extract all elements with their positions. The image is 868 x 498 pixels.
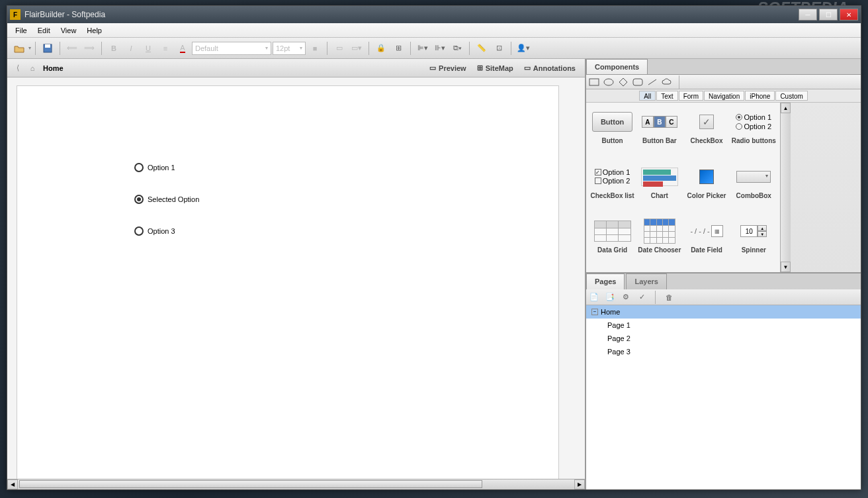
comp-colorpicker[interactable]: Color Picker — [683, 160, 730, 215]
ruler-button[interactable]: 📏 — [474, 41, 490, 56]
scroll-thumb[interactable] — [19, 480, 482, 488]
tree-item-page3[interactable]: Page 3 — [586, 345, 861, 358]
filter-form[interactable]: Form — [679, 91, 703, 101]
preview-icon: ▭ — [429, 64, 436, 72]
minimize-button[interactable]: ─ — [799, 9, 817, 21]
canvas-radio-1[interactable]: Option 1 — [134, 163, 175, 172]
filter-iphone[interactable]: iPhone — [745, 91, 775, 101]
scroll-down-button[interactable]: ▼ — [781, 262, 791, 272]
tree-item-page2[interactable]: Page 2 — [586, 332, 861, 345]
shape-bar — [586, 75, 861, 89]
arrange-button[interactable]: ⧉▾ — [449, 41, 465, 56]
grid-button[interactable]: ⊡ — [491, 41, 507, 56]
menu-file[interactable]: File — [10, 25, 32, 36]
font-size-select[interactable]: 12pt — [273, 42, 306, 55]
open-button[interactable] — [11, 41, 27, 56]
lock-button[interactable]: 🔒 — [373, 41, 389, 56]
filter-custom[interactable]: Custom — [775, 91, 807, 101]
filter-text[interactable]: Text — [656, 91, 677, 101]
roundrect-shape-icon[interactable] — [632, 78, 643, 86]
filter-navigation[interactable]: Navigation — [704, 91, 744, 101]
distribute-button[interactable]: ⊪▾ — [432, 41, 448, 56]
svg-point-3 — [604, 79, 613, 85]
comp-cblist[interactable]: ✓Option 1Option 2 CheckBox list — [589, 160, 636, 215]
app-window: F FlairBuilder - Softpedia ─ ☐ ✕ File Ed… — [7, 5, 861, 490]
menubar: File Edit View Help — [7, 23, 861, 38]
underline-button[interactable]: U — [140, 41, 156, 56]
font-select[interactable]: Default — [192, 42, 271, 55]
page-settings-button[interactable]: ⚙ — [621, 292, 631, 303]
new-page-button[interactable]: 📄 — [589, 292, 599, 303]
line-shape-icon[interactable] — [647, 78, 658, 86]
breadcrumb-home[interactable]: Home — [43, 64, 64, 72]
radio-label: Option 1 — [148, 164, 175, 172]
titlebar: F FlairBuilder - Softpedia ─ ☐ ✕ — [7, 6, 861, 23]
redo-button[interactable]: ⟹ — [81, 41, 97, 56]
border-button[interactable]: ▭ — [331, 41, 347, 56]
canvas[interactable]: Option 1 Selected Option Option 3 — [17, 85, 559, 479]
pages-tabs: Pages Layers — [586, 274, 861, 289]
rect-shape-icon[interactable] — [589, 78, 599, 86]
svg-rect-2 — [589, 79, 599, 85]
comp-datechooser[interactable]: Date Chooser — [636, 215, 683, 270]
components-tab[interactable]: Components — [586, 59, 648, 74]
sitemap-icon: ⊞ — [477, 64, 483, 72]
collapse-icon[interactable]: − — [591, 309, 598, 315]
breadcrumb-bar: ⟨ ⌂ Home ▭Preview ⊞SiteMap ▭Annotations — [7, 59, 585, 77]
layers-tab[interactable]: Layers — [626, 274, 666, 289]
sitemap-button[interactable]: ⊞SiteMap — [472, 62, 519, 74]
font-color-button[interactable]: A — [175, 41, 191, 56]
diamond-shape-icon[interactable] — [618, 78, 629, 86]
save-button[interactable] — [40, 41, 56, 56]
border-style-button[interactable]: ▭▾ — [349, 41, 365, 56]
menu-edit[interactable]: Edit — [32, 25, 56, 36]
group-button[interactable]: ⊞ — [390, 41, 406, 56]
radio-icon — [134, 163, 144, 172]
radio-icon — [134, 226, 144, 236]
tree-item-page1[interactable]: Page 1 — [586, 319, 861, 332]
comp-datagrid[interactable]: Data Grid — [589, 215, 636, 270]
comp-datefield[interactable]: - / - / -▦ Date Field — [683, 215, 730, 270]
component-scrollbar[interactable]: ▲ ▼ — [780, 103, 791, 272]
fill-color-button[interactable]: ■ — [307, 41, 323, 56]
cloud-shape-icon[interactable] — [662, 78, 672, 86]
comp-buttonbar[interactable]: ABC Button Bar — [636, 105, 683, 160]
comp-spinner[interactable]: ▲▼ Spinner — [730, 215, 777, 270]
comp-checkbox[interactable]: ✓ CheckBox — [683, 105, 730, 160]
filter-all[interactable]: All — [639, 91, 656, 101]
scroll-left-button[interactable]: ◀ — [7, 479, 18, 489]
canvas-wrap: Option 1 Selected Option Option 3 — [7, 77, 585, 479]
undo-button[interactable]: ⟸ — [64, 41, 80, 56]
page-check-button[interactable]: ✓ — [636, 292, 647, 303]
duplicate-page-button[interactable]: 📑 — [605, 292, 615, 303]
comp-chart[interactable]: Chart — [636, 160, 683, 215]
align-objects-button[interactable]: ⊫▾ — [415, 41, 431, 56]
comp-radio[interactable]: Option 1Option 2 Radio buttons — [730, 105, 777, 160]
scroll-right-button[interactable]: ▶ — [574, 479, 585, 489]
canvas-radio-3[interactable]: Option 3 — [134, 226, 175, 236]
maximize-button[interactable]: ☐ — [819, 9, 838, 21]
delete-page-button[interactable]: 🗑 — [664, 292, 674, 303]
user-button[interactable]: 👤▾ — [515, 41, 531, 56]
menu-view[interactable]: View — [56, 25, 82, 36]
pages-tab[interactable]: Pages — [586, 274, 625, 289]
nav-back-button[interactable]: ⟨ — [11, 62, 24, 75]
comp-button[interactable]: Button Button — [589, 105, 636, 160]
svg-line-5 — [648, 79, 656, 85]
bold-button[interactable]: B — [106, 41, 122, 56]
annotations-button[interactable]: ▭Annotations — [519, 62, 581, 74]
h-scrollbar[interactable]: ◀ ▶ — [7, 479, 585, 489]
tree-item-home[interactable]: − Home — [586, 305, 861, 319]
align-button[interactable]: ≡ — [157, 41, 173, 56]
scroll-up-button[interactable]: ▲ — [781, 103, 791, 113]
italic-button[interactable]: I — [123, 41, 139, 56]
canvas-radio-2[interactable]: Selected Option — [134, 195, 199, 204]
comp-combobox[interactable]: ComboBox — [730, 160, 777, 215]
component-grid: Button Button ABC Button Bar ✓ CheckBox … — [586, 103, 780, 272]
nav-home-icon[interactable]: ⌂ — [26, 62, 39, 75]
close-button[interactable]: ✕ — [840, 9, 858, 21]
ellipse-shape-icon[interactable] — [603, 78, 614, 86]
preview-button[interactable]: ▭Preview — [424, 62, 472, 74]
annotations-icon: ▭ — [524, 64, 531, 72]
menu-help[interactable]: Help — [81, 25, 107, 36]
